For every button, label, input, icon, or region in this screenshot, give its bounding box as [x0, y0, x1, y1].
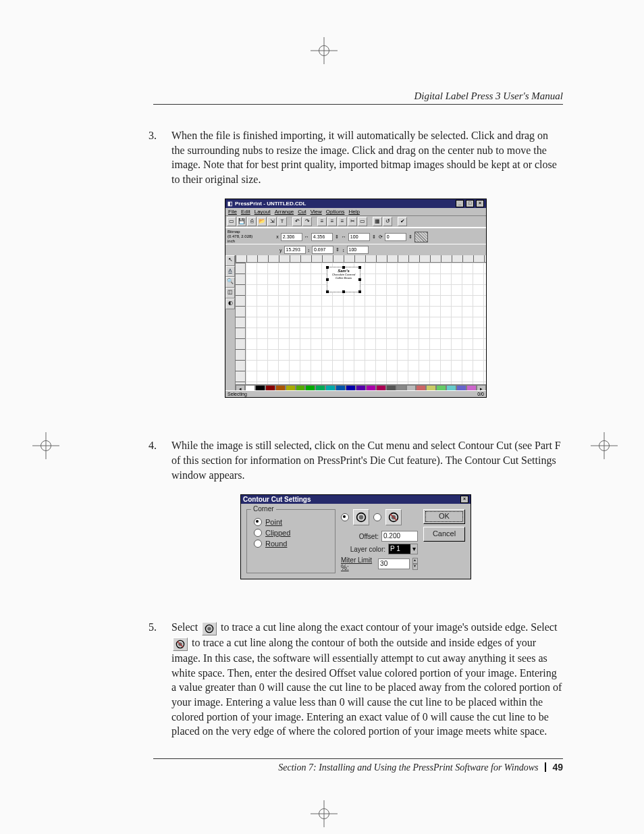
swatch[interactable]: [436, 385, 446, 390]
maximize-button[interactable]: □: [466, 200, 474, 207]
swatch[interactable]: [456, 385, 466, 390]
menu-options[interactable]: Options: [326, 209, 345, 215]
miter-input[interactable]: 30: [378, 558, 409, 569]
swatch[interactable]: [296, 385, 306, 390]
canvas[interactable]: Sam's Chocolate Covered Coffee Beans: [246, 263, 486, 384]
swatch[interactable]: [386, 385, 396, 390]
pattern-icon[interactable]: [414, 232, 428, 242]
running-footer: Section 7: Installing and Using the Pres…: [153, 758, 563, 773]
undo-icon[interactable]: ↶: [292, 217, 302, 226]
align-left-icon[interactable]: ≡: [317, 217, 327, 226]
status-left: Selecting: [227, 392, 247, 396]
cancel-button[interactable]: Cancel: [423, 527, 465, 542]
tool-c-icon[interactable]: ✔: [398, 217, 407, 226]
redo-icon[interactable]: ↷: [302, 217, 312, 226]
menu-layout[interactable]: Layout: [254, 209, 271, 215]
text-icon[interactable]: T: [277, 217, 287, 226]
align-right-icon[interactable]: ≡: [338, 217, 347, 226]
app-icon: ◧: [227, 201, 233, 207]
y-label: y: [279, 248, 283, 253]
menu-arrange[interactable]: Arrange: [275, 209, 294, 215]
page-icon[interactable]: ▭: [358, 217, 367, 226]
zoom-tool-icon[interactable]: 🔍: [225, 277, 235, 288]
swatch[interactable]: [265, 385, 275, 390]
menu-file[interactable]: File: [228, 209, 237, 215]
trace-both-radio[interactable]: [373, 513, 381, 521]
horizontal-ruler: [236, 255, 486, 263]
menu-cut[interactable]: Cut: [298, 209, 306, 215]
dialog-close-button[interactable]: ×: [460, 496, 468, 503]
shape-tool-icon[interactable]: ◫: [225, 288, 235, 298]
menu-edit[interactable]: Edit: [241, 209, 250, 215]
swatch[interactable]: [275, 385, 286, 390]
swatch[interactable]: [396, 385, 406, 390]
corner-point-radio[interactable]: Point: [254, 518, 328, 526]
swatch[interactable]: [446, 385, 456, 390]
swatch[interactable]: [366, 385, 376, 390]
open-icon[interactable]: 📂: [257, 217, 267, 226]
minimize-button[interactable]: _: [456, 200, 464, 207]
cut-icon[interactable]: ✂: [348, 217, 357, 226]
corner-clipped-radio[interactable]: Clipped: [254, 529, 328, 537]
svg-point-1: [359, 515, 363, 519]
sw-field[interactable]: 100: [348, 233, 370, 241]
print-icon[interactable]: ⎙: [247, 217, 257, 226]
swatch[interactable]: [336, 385, 346, 390]
save-icon[interactable]: 💾: [237, 217, 246, 226]
w-field[interactable]: 4.356: [311, 233, 333, 241]
step-body: Select to trace a cut line along the exa…: [171, 620, 563, 739]
titlebar: ◧ PressPrint - UNTITLED.CDL _ □ ×: [225, 199, 486, 208]
tool-a-icon[interactable]: ▦: [373, 217, 382, 226]
rot-field[interactable]: 0: [385, 233, 406, 241]
scroll-right-icon[interactable]: ▸: [477, 385, 486, 390]
trace-outside-icon[interactable]: [353, 509, 369, 525]
fill-tool-icon[interactable]: ◐: [225, 298, 235, 309]
ok-button[interactable]: OK: [423, 509, 465, 524]
h-field[interactable]: 0.697: [312, 246, 333, 254]
w-label: ↔: [304, 234, 310, 239]
layer-color-combo[interactable]: P 1 ▾: [388, 544, 418, 554]
offset-input[interactable]: 0.200: [381, 531, 418, 542]
swatch[interactable]: [466, 385, 477, 390]
swatch[interactable]: [325, 385, 336, 390]
x-field[interactable]: 2.306: [281, 233, 302, 241]
pointer-tool-icon[interactable]: ↖: [225, 255, 235, 266]
y-field[interactable]: 15.293: [284, 246, 306, 254]
radio-icon: [254, 529, 262, 537]
menu-view[interactable]: View: [311, 209, 322, 215]
corner-legend: Corner: [251, 505, 276, 513]
footer-section: Section 7: Installing and Using the Pres…: [278, 762, 538, 773]
swatch[interactable]: [416, 385, 426, 390]
swatch[interactable]: [286, 385, 296, 390]
h-label: ↕: [307, 248, 311, 253]
imported-bitmap[interactable]: Sam's Chocolate Covered Coffee Beans: [327, 267, 360, 292]
trace-both-icon[interactable]: [385, 509, 402, 525]
step-5: 5. Select to trace a cut line along the …: [149, 620, 563, 739]
corner-group: Corner Point Clipped Round: [246, 509, 336, 573]
new-icon[interactable]: ▭: [227, 217, 236, 226]
swatch[interactable]: [245, 385, 255, 390]
status-right: 0/0: [477, 392, 484, 396]
tool-b-icon[interactable]: ↺: [383, 217, 392, 226]
align-center-icon[interactable]: ≡: [327, 217, 337, 226]
swatch[interactable]: [255, 385, 265, 390]
swatch[interactable]: [426, 385, 436, 390]
window-title: PressPrint - UNTITLED.CDL: [235, 201, 306, 207]
swatch[interactable]: [305, 385, 315, 390]
scroll-left-icon[interactable]: ◂: [236, 385, 245, 390]
miter-spinner[interactable]: ▴▾: [412, 558, 418, 570]
swatch[interactable]: [346, 385, 356, 390]
swatch[interactable]: [315, 385, 325, 390]
trace-outside-radio[interactable]: [341, 513, 349, 521]
swatch[interactable]: [356, 385, 366, 390]
close-button[interactable]: ×: [476, 200, 484, 207]
swatch[interactable]: [376, 385, 386, 390]
text-tool-icon[interactable]: A: [225, 266, 235, 277]
corner-round-radio[interactable]: Round: [254, 540, 328, 548]
trace-outside-icon: [202, 622, 217, 635]
import-icon[interactable]: ⇲: [267, 217, 277, 226]
radio-label: Round: [265, 540, 287, 548]
menu-help[interactable]: Help: [348, 209, 359, 215]
sh-field[interactable]: 100: [347, 246, 369, 254]
swatch[interactable]: [406, 385, 417, 390]
